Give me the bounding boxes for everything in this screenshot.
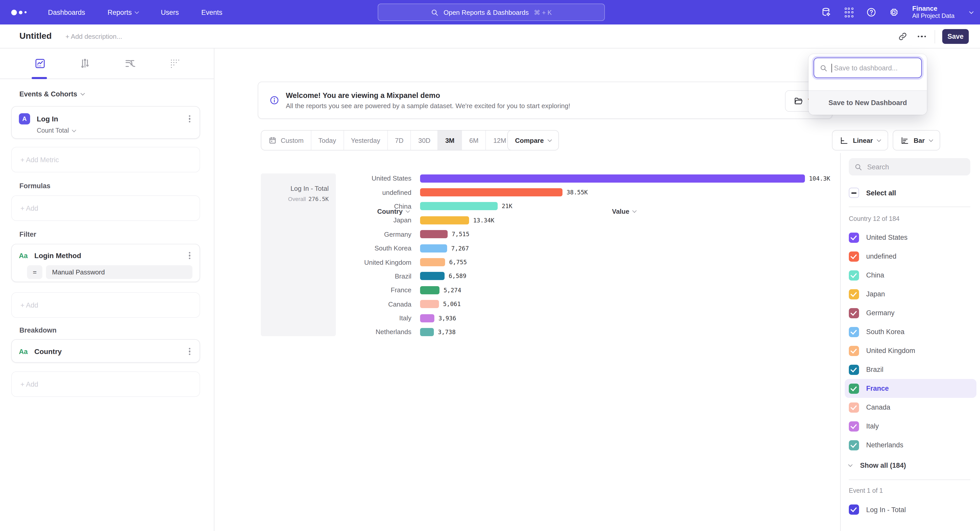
scale-selector-button[interactable]: Linear [832, 130, 888, 151]
aggregation-selector[interactable]: Count Total [37, 127, 200, 134]
bar-segment[interactable] [420, 188, 563, 197]
segment-row-undefined[interactable]: undefined [845, 247, 977, 266]
segment-checkbox[interactable] [849, 327, 859, 337]
segment-checkbox[interactable] [849, 365, 859, 375]
metric-series-badge: A [19, 113, 30, 124]
filter-value-chip[interactable]: Manual Password [46, 265, 192, 279]
metric-card-log-in[interactable]: A Log In Count Total [11, 106, 200, 139]
breakdown-card-country[interactable]: Aa Country [11, 339, 200, 363]
bar-category-label: Japan [336, 217, 420, 224]
bar-row: South Korea7,267 [336, 241, 830, 255]
segment-label: undefined [866, 252, 897, 260]
select-all-checkbox[interactable] [849, 188, 859, 198]
segment-checkbox[interactable] [849, 232, 859, 243]
mixpanel-logo-icon[interactable] [11, 10, 27, 15]
nav-item-reports[interactable]: Reports [108, 8, 138, 16]
compare-button[interactable]: Compare [508, 130, 559, 151]
global-search-button[interactable]: Open Reports & Dashboards ⌘ + K [378, 3, 605, 21]
bar-segment[interactable] [420, 174, 805, 182]
data-management-icon[interactable] [821, 7, 832, 17]
segment-checkbox[interactable] [849, 383, 859, 393]
range-yesterday[interactable]: Yesterday [344, 131, 388, 150]
settings-gear-icon[interactable] [889, 7, 899, 17]
event-summary-cell[interactable]: Log In - Total Overall276.5K [261, 173, 336, 336]
bar-segment[interactable] [420, 300, 439, 308]
segment-search-input[interactable]: Search [849, 158, 970, 176]
segment-row-south-korea[interactable]: South Korea [845, 322, 977, 341]
filter-menu-icon[interactable] [187, 250, 192, 262]
bar-segment[interactable] [420, 314, 434, 322]
select-all-row[interactable]: Select all [849, 187, 896, 199]
bar-value-label: 7,515 [452, 231, 469, 238]
segment-checkbox[interactable] [849, 251, 859, 262]
nav-item-users[interactable]: Users [161, 8, 179, 16]
segment-row-canada[interactable]: Canada [845, 398, 977, 417]
chart-type-button[interactable]: Bar [893, 130, 940, 151]
segment-checkbox[interactable] [849, 308, 859, 318]
range-3m[interactable]: 3M [438, 131, 462, 150]
segment-search-placeholder: Search [867, 163, 889, 171]
help-icon[interactable] [866, 7, 877, 17]
nav-right-cluster: Finance All Project Data [821, 0, 973, 24]
more-actions-icon[interactable] [914, 29, 929, 44]
bar-segment[interactable] [420, 328, 434, 336]
segment-row-germany[interactable]: Germany [845, 303, 977, 322]
segment-row-united-states[interactable]: United States [845, 228, 977, 247]
range-custom[interactable]: Custom [261, 131, 311, 150]
mixpanel-app: DashboardsReportsUsersEvents Open Report… [0, 0, 980, 531]
project-switcher[interactable]: Finance All Project Data [912, 5, 955, 19]
segment-checkbox[interactable] [849, 402, 859, 412]
show-all-button[interactable]: Show all (184) [849, 458, 906, 472]
add-formula-button[interactable]: + Add [11, 195, 200, 221]
segment-row-china[interactable]: China [845, 266, 977, 285]
retention-tab[interactable] [169, 57, 181, 70]
range-30d[interactable]: 30D [411, 131, 438, 150]
segment-row-netherlands[interactable]: Netherlands [845, 436, 977, 455]
segment-row-united-kingdom[interactable]: United Kingdom [845, 341, 977, 360]
segment-row-italy[interactable]: Italy [845, 417, 977, 436]
flows-tab[interactable] [124, 57, 136, 70]
segment-checkbox[interactable] [849, 440, 859, 450]
breakdown-menu-icon[interactable] [187, 346, 192, 357]
add-metric-button[interactable]: + Add Metric [11, 147, 200, 173]
segment-label: Germany [866, 309, 894, 317]
bar-value-label: 5,274 [444, 287, 461, 294]
events-cohorts-label[interactable]: Events & Cohorts [19, 90, 84, 98]
filter-card-login-method[interactable]: Aa Login Method = Manual Password [11, 244, 200, 282]
segment-checkbox[interactable] [849, 270, 859, 280]
copy-link-icon[interactable] [895, 29, 910, 44]
segment-checkbox[interactable] [849, 421, 859, 431]
add-breakdown-button[interactable]: + Add [11, 371, 200, 397]
bar-segment[interactable] [420, 258, 445, 266]
segment-row-france[interactable]: France [845, 379, 977, 398]
save-to-new-dashboard-button[interactable]: Save to New Dashboard [808, 90, 927, 115]
save-button[interactable]: Save [942, 29, 969, 44]
apps-grid-icon[interactable] [844, 7, 854, 17]
report-title[interactable]: Untitled [19, 31, 52, 41]
range-7d[interactable]: 7D [388, 131, 411, 150]
insights-tab[interactable] [34, 57, 46, 70]
segment-row-brazil[interactable]: Brazil [845, 360, 977, 379]
funnels-tab[interactable] [79, 57, 91, 70]
bar-segment[interactable] [420, 272, 445, 280]
event-series-checkbox[interactable] [849, 504, 859, 515]
segment-row-japan[interactable]: Japan [845, 285, 977, 303]
nav-item-dashboards[interactable]: Dashboards [48, 8, 85, 16]
event-series-row[interactable]: Log In - Total [849, 503, 906, 516]
demo-banner: Welcome! You are viewing a Mixpanel demo… [258, 82, 832, 119]
segment-checkbox[interactable] [849, 346, 859, 356]
metric-menu-icon[interactable] [187, 113, 192, 125]
add-filter-button[interactable]: + Add [11, 292, 200, 318]
bar-segment[interactable] [420, 244, 447, 252]
bar-segment[interactable] [420, 216, 469, 224]
bar-segment[interactable] [420, 286, 439, 294]
range-6m[interactable]: 6M [462, 131, 486, 150]
add-description-button[interactable]: + Add description... [65, 32, 122, 40]
range-today[interactable]: Today [311, 131, 344, 150]
nav-item-events[interactable]: Events [201, 8, 223, 16]
filter-operator-chip[interactable]: = [27, 265, 42, 279]
segment-checkbox[interactable] [849, 289, 859, 299]
bar-segment[interactable] [420, 230, 448, 238]
bar-segment[interactable] [420, 202, 498, 211]
save-to-dashboard-input[interactable]: Save to dashboard... [814, 58, 922, 78]
